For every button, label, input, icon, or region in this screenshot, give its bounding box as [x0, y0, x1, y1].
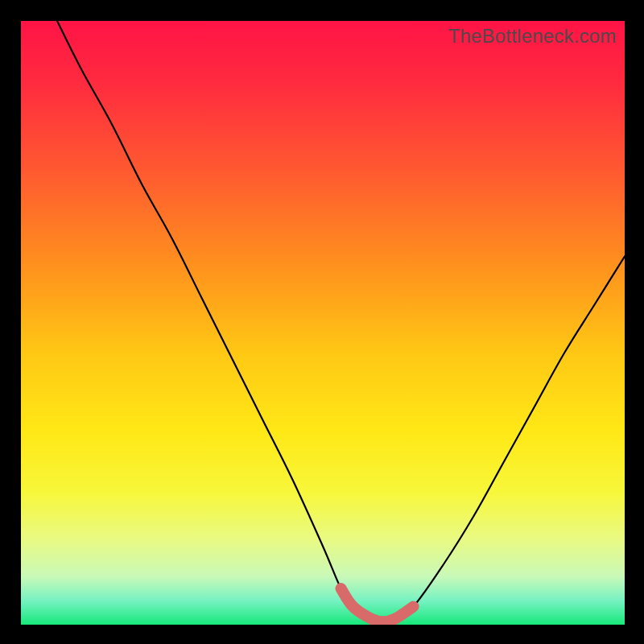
- watermark-text: TheBottleneck.com: [448, 25, 617, 47]
- frame: TheBottleneck.com: [0, 0, 644, 644]
- gradient-background: [21, 21, 625, 625]
- bottleneck-chart: [21, 21, 625, 625]
- plot-area: TheBottleneck.com: [21, 21, 625, 625]
